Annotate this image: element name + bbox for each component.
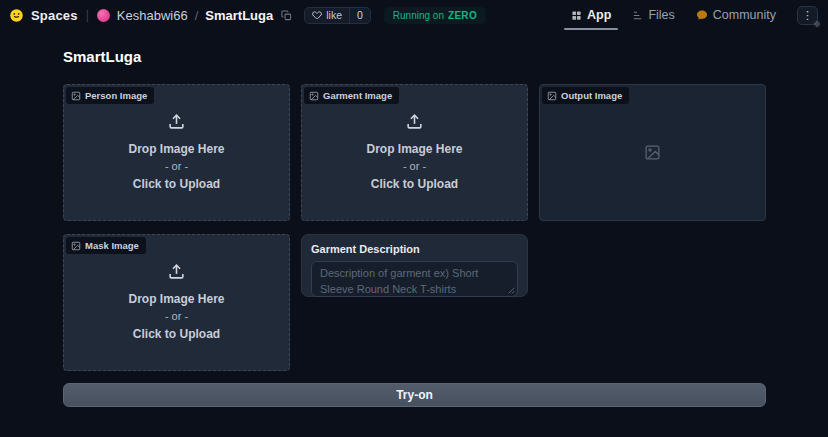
copy-icon[interactable]: [281, 10, 292, 21]
tab-community-label: Community: [713, 8, 776, 22]
garment-image-label: Garment Image: [304, 87, 399, 104]
garment-description-label: Garment Description: [311, 243, 518, 255]
heart-icon: [312, 10, 322, 20]
widget-grid: Person Image Drop Image Here - or - Clic…: [63, 84, 766, 371]
tab-app[interactable]: App: [571, 0, 611, 30]
app-icon: [571, 10, 582, 21]
tab-app-label: App: [587, 8, 611, 22]
garment-description-input[interactable]: [311, 261, 518, 297]
app-content: SmartLuga Person Image Drop Image Here -…: [0, 30, 828, 407]
image-icon: [71, 91, 81, 101]
tab-files[interactable]: Files: [632, 0, 674, 30]
click-to-upload-text: Click to Upload: [133, 175, 220, 193]
ellipsis-icon: ⋮: [802, 9, 813, 22]
like-label: like: [326, 9, 342, 21]
try-on-button[interactable]: Try-on: [63, 383, 766, 407]
top-navbar: Spaces | Keshabwi66 / SmartLuga like 0 R…: [0, 0, 828, 30]
files-icon: [632, 10, 643, 21]
person-image-label: Person Image: [66, 87, 154, 104]
running-status-badge[interactable]: Running on ZERO: [384, 7, 486, 24]
image-placeholder-icon: [644, 144, 661, 161]
image-icon: [71, 241, 81, 251]
owner-link[interactable]: Keshabwi66: [117, 8, 188, 23]
mask-image-dropzone[interactable]: Mask Image Drop Image Here - or - Click …: [63, 234, 290, 371]
person-image-dropzone[interactable]: Person Image Drop Image Here - or - Clic…: [63, 84, 290, 221]
upload-icon: [167, 112, 186, 131]
community-icon: [696, 9, 708, 21]
owner-avatar[interactable]: [97, 9, 110, 22]
output-image-panel: Output Image: [539, 84, 766, 221]
navbar-divider: |: [86, 8, 89, 22]
image-icon: [547, 91, 557, 101]
or-text: - or -: [165, 158, 188, 176]
space-name-link[interactable]: SmartLuga: [205, 8, 273, 23]
tab-files-label: Files: [648, 8, 674, 22]
upload-icon: [167, 262, 186, 281]
like-button[interactable]: like 0: [304, 7, 371, 24]
drop-text: Drop Image Here: [366, 140, 462, 158]
breadcrumb-separator: /: [195, 8, 199, 23]
spaces-link[interactable]: Spaces: [31, 8, 78, 23]
garment-description-panel: Garment Description: [301, 234, 528, 297]
running-hardware: ZERO: [448, 10, 477, 21]
gear-icon: [813, 20, 821, 28]
drop-text: Drop Image Here: [128, 140, 224, 158]
click-to-upload-text: Click to Upload: [371, 175, 458, 193]
huggingface-logo-icon[interactable]: [9, 8, 24, 23]
like-count[interactable]: 0: [349, 8, 370, 23]
tab-community[interactable]: Community: [696, 0, 776, 30]
space-menu-button[interactable]: ⋮: [797, 6, 818, 25]
click-to-upload-text: Click to Upload: [133, 325, 220, 343]
upload-icon: [405, 112, 424, 131]
or-text: - or -: [165, 308, 188, 326]
or-text: - or -: [403, 158, 426, 176]
drop-text: Drop Image Here: [128, 290, 224, 308]
image-icon: [309, 91, 319, 101]
navbar-tabs: App Files Community ⋮: [571, 0, 820, 30]
garment-image-dropzone[interactable]: Garment Image Drop Image Here - or - Cli…: [301, 84, 528, 221]
running-prefix: Running on: [393, 10, 444, 21]
output-image-label: Output Image: [542, 87, 629, 104]
page-title: SmartLuga: [63, 48, 766, 65]
mask-image-label: Mask Image: [66, 237, 146, 254]
